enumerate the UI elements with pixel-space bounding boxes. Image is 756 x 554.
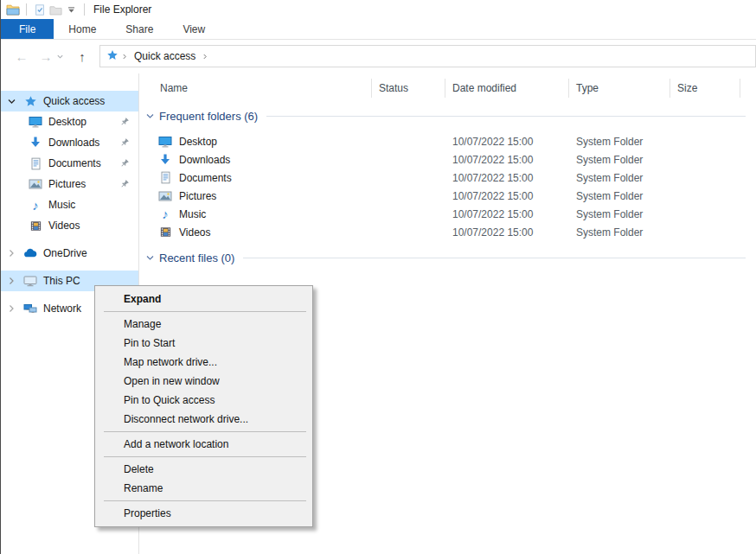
sidebar-item-documents[interactable]: Documents — [1, 153, 138, 174]
chevron-down-icon[interactable] — [7, 97, 16, 106]
chevron-down-icon[interactable] — [145, 253, 155, 263]
sidebar-item-downloads[interactable]: Downloads — [1, 132, 138, 153]
documents-icon — [158, 171, 172, 185]
menu-separator — [104, 456, 306, 457]
pictures-icon — [29, 177, 42, 191]
column-header-date-modified[interactable]: Date modified — [445, 79, 569, 98]
menu-item-pin-to-quick-access[interactable]: Pin to Quick access — [95, 391, 312, 410]
file-type: System Folder — [569, 154, 670, 166]
tab-share[interactable]: Share — [111, 19, 168, 39]
menu-separator — [104, 431, 306, 432]
new-folder-qat-icon[interactable] — [48, 3, 63, 16]
menu-item-add-network-location[interactable]: Add a network location — [95, 435, 312, 454]
menu-item-delete[interactable]: Delete — [95, 460, 312, 479]
up-icon[interactable]: ↑ — [74, 50, 91, 63]
forward-icon[interactable]: → — [37, 50, 54, 63]
sidebar-item-label: Desktop — [48, 116, 86, 128]
file-date-modified: 10/07/2022 15:00 — [445, 226, 569, 239]
music-icon: ♪ — [29, 198, 42, 212]
menu-item-open-in-new-window[interactable]: Open in new window — [95, 372, 312, 391]
file-explorer-window: File Explorer File Home Share View ← → ↑… — [0, 0, 756, 554]
this-pc-icon — [23, 274, 37, 288]
group-header-recent-files[interactable]: Recent files (0) — [139, 249, 756, 266]
chevron-down-icon[interactable] — [145, 111, 155, 121]
menu-item-disconnect-network-drive[interactable]: Disconnect network drive... — [95, 410, 312, 429]
file-row-videos[interactable]: Videos 10/07/2022 15:00 System Folder — [139, 223, 756, 241]
column-header-type[interactable]: Type — [569, 79, 670, 98]
tab-view[interactable]: View — [168, 19, 220, 39]
group-divider — [266, 116, 746, 117]
desktop-icon — [158, 135, 172, 149]
sidebar-item-onedrive[interactable]: OneDrive — [1, 243, 138, 264]
menu-item-rename[interactable]: Rename — [95, 479, 312, 498]
back-icon[interactable]: ← — [13, 50, 30, 63]
tab-file[interactable]: File — [1, 19, 54, 39]
sidebar-item-videos[interactable]: Videos — [1, 215, 138, 236]
downloads-icon — [29, 136, 42, 150]
breadcrumb-chevron-icon[interactable] — [121, 53, 128, 60]
file-row-documents[interactable]: Documents 10/07/2022 15:00 System Folder — [139, 169, 756, 187]
pin-icon — [119, 117, 130, 127]
file-date-modified: 10/07/2022 15:00 — [445, 154, 569, 166]
group-label: Recent files (0) — [159, 252, 234, 264]
sidebar-item-desktop[interactable]: Desktop — [1, 111, 138, 132]
menu-item-expand[interactable]: Expand — [95, 290, 312, 309]
this-pc-context-menu: Expand Manage Pin to Start Map network d… — [94, 285, 313, 527]
address-bar[interactable]: Quick access — [99, 45, 756, 67]
sidebar-item-label: This PC — [43, 275, 80, 287]
sidebar-item-quick-access[interactable]: Quick access — [1, 91, 138, 111]
properties-qat-icon[interactable] — [32, 3, 48, 16]
downloads-icon — [158, 153, 172, 167]
menu-item-manage[interactable]: Manage — [95, 315, 312, 334]
menu-item-map-network-drive[interactable]: Map network drive... — [95, 353, 312, 372]
quick-access-star-icon — [23, 94, 37, 108]
pin-icon — [119, 158, 130, 169]
file-type: System Folder — [569, 136, 670, 148]
sidebar-item-label: Downloads — [48, 137, 99, 149]
qat-separator — [26, 3, 27, 16]
pin-icon — [119, 179, 130, 189]
customize-toolbar-icon[interactable] — [63, 3, 79, 16]
documents-icon — [29, 156, 42, 170]
breadcrumb[interactable]: Quick access — [134, 50, 195, 62]
file-row-music[interactable]: ♪ Music 10/07/2022 15:00 System Folder — [139, 205, 756, 223]
group-header-frequent-folders[interactable]: Frequent folders (6) — [139, 107, 756, 124]
file-row-pictures[interactable]: Pictures 10/07/2022 15:00 System Folder — [139, 187, 756, 205]
menu-separator — [104, 311, 306, 312]
tab-home[interactable]: Home — [54, 19, 111, 39]
title-bar: File Explorer — [1, 0, 756, 19]
ribbon-tabs: File Home Share View — [1, 19, 756, 40]
menu-item-properties[interactable]: Properties — [95, 504, 312, 523]
qat-separator — [84, 3, 85, 16]
quick-access-star-icon — [106, 49, 119, 64]
onedrive-cloud-icon — [23, 246, 37, 260]
sidebar-item-music[interactable]: ♪ Music — [1, 194, 138, 215]
sidebar-item-label: Quick access — [43, 95, 105, 107]
file-date-modified: 10/07/2022 15:00 — [445, 208, 569, 220]
chevron-right-icon[interactable] — [7, 249, 16, 258]
sidebar-item-pictures[interactable]: Pictures — [1, 174, 138, 194]
breadcrumb-chevron-icon[interactable] — [202, 53, 208, 60]
file-type: System Folder — [569, 172, 670, 184]
column-header-name[interactable]: Name — [139, 79, 372, 98]
menu-item-pin-to-start[interactable]: Pin to Start — [95, 334, 312, 353]
chevron-right-icon[interactable] — [7, 277, 16, 285]
file-row-downloads[interactable]: Downloads 10/07/2022 15:00 System Folder — [139, 150, 756, 169]
navigation-bar: ← → ↑ Quick access — [1, 40, 756, 73]
sidebar-item-label: Music — [48, 199, 75, 211]
file-name: Videos — [179, 226, 210, 239]
column-header-status[interactable]: Status — [372, 79, 445, 98]
music-icon: ♪ — [158, 207, 172, 221]
column-header-size[interactable]: Size — [670, 79, 740, 98]
file-type: System Folder — [569, 190, 670, 202]
recent-locations-chevron-icon[interactable] — [56, 53, 67, 60]
group-divider — [243, 258, 746, 258]
videos-icon — [29, 219, 42, 232]
explorer-logo-icon — [5, 3, 21, 16]
sidebar-item-label: Videos — [48, 220, 80, 232]
chevron-right-icon[interactable] — [7, 304, 16, 313]
file-row-desktop[interactable]: Desktop 10/07/2022 15:00 System Folder — [139, 132, 756, 150]
file-type: System Folder — [569, 226, 670, 239]
network-icon — [23, 302, 37, 315]
pin-icon — [119, 137, 130, 148]
